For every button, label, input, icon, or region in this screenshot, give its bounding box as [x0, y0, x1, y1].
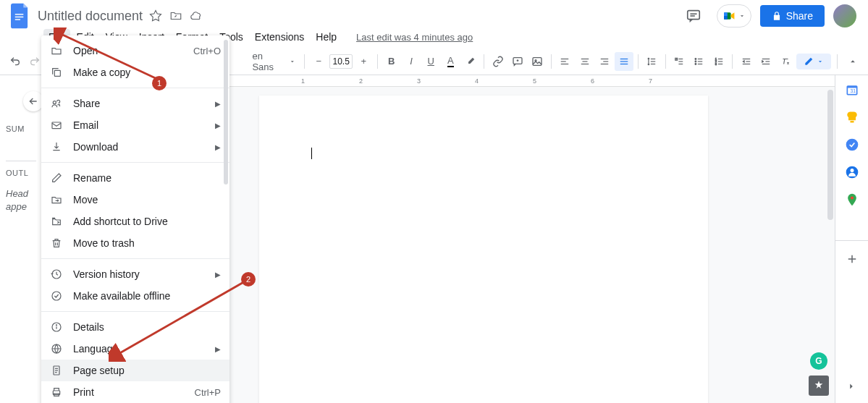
user-avatar[interactable] — [833, 4, 856, 27]
undo-button[interactable] — [6, 52, 24, 71]
line-spacing-button[interactable] — [643, 52, 661, 71]
clear-formatting-button[interactable] — [777, 52, 795, 71]
text-cursor — [311, 148, 312, 159]
align-center-button[interactable] — [576, 52, 594, 71]
menu-separator — [41, 258, 229, 259]
svg-point-55 — [846, 139, 858, 151]
highlight-button[interactable] — [461, 52, 479, 71]
menu-separator — [41, 162, 229, 163]
history-icon — [50, 268, 63, 281]
svg-point-34 — [696, 61, 697, 62]
editing-mode-button[interactable] — [796, 54, 831, 69]
menu-extensions[interactable]: Extensions — [250, 29, 309, 45]
meet-button[interactable] — [717, 4, 751, 27]
get-addons-button[interactable] — [835, 240, 868, 258]
menu-item-label: Language — [73, 343, 205, 355]
file-menu-dropdown: Open Ctrl+O Make a copy Share ▶ Email ▶ … — [41, 35, 229, 403]
font-size-decrease[interactable]: − — [309, 52, 328, 71]
file-menu-download[interactable]: Download ▶ — [41, 136, 229, 158]
keep-icon[interactable] — [845, 110, 859, 124]
expand-toolbar-button[interactable] — [843, 52, 862, 71]
document-page[interactable] — [259, 96, 708, 403]
file-menu-page-setup[interactable]: Page setup — [41, 360, 229, 381]
menu-item-label: Make a copy — [73, 67, 221, 78]
move-to-folder-icon[interactable] — [169, 9, 183, 23]
underline-button[interactable]: U — [422, 52, 440, 71]
file-menu-move-to-trash[interactable]: Move to trash — [41, 232, 229, 254]
svg-rect-63 — [52, 122, 61, 129]
font-size-increase[interactable]: + — [354, 52, 373, 71]
tasks-icon[interactable] — [845, 137, 859, 152]
menu-item-label: Page setup — [73, 365, 221, 376]
header: Untitled document Share — [0, 0, 868, 26]
bold-button[interactable]: B — [382, 52, 400, 71]
align-justify-button[interactable] — [615, 52, 633, 71]
decrease-indent-button[interactable] — [737, 52, 755, 71]
italic-button[interactable]: I — [402, 52, 420, 71]
scrollbar[interactable] — [827, 90, 833, 220]
menu-item-label: Email — [73, 119, 205, 131]
annotation-badge-2: 2 — [241, 272, 256, 287]
file-menu-move[interactable]: Move — [41, 189, 229, 211]
file-menu-details[interactable]: Details — [41, 316, 229, 338]
header-right: Share — [679, 1, 862, 30]
grammarly-icon[interactable]: G — [810, 352, 827, 370]
page-icon — [50, 364, 63, 377]
checklist-button[interactable] — [670, 52, 688, 71]
toolbar-right — [796, 52, 862, 71]
file-menu-make-a-copy[interactable]: Make a copy — [41, 61, 229, 83]
font-family-select[interactable]: en Sans — [248, 49, 300, 74]
doc-title[interactable]: Untitled document — [38, 9, 143, 24]
calendar-icon[interactable]: 31 — [845, 82, 859, 97]
separator — [377, 54, 378, 69]
share-icon — [50, 97, 63, 110]
font-size-value[interactable]: 10.5 — [329, 54, 353, 69]
side-panel-collapse[interactable] — [846, 381, 856, 391]
align-left-button[interactable] — [556, 52, 574, 71]
separator — [837, 54, 838, 69]
numbered-list-button[interactable]: 123 — [709, 52, 728, 71]
separator — [304, 54, 305, 69]
star-icon[interactable] — [148, 9, 163, 23]
svg-rect-7 — [724, 12, 728, 16]
file-menu-language[interactable]: Language ▶ — [41, 338, 229, 360]
submenu-arrow-icon: ▶ — [215, 143, 221, 151]
align-right-button[interactable] — [595, 52, 613, 71]
contacts-icon[interactable] — [845, 165, 859, 179]
insert-link-button[interactable] — [489, 52, 507, 71]
docs-logo[interactable] — [6, 1, 35, 30]
menu-help[interactable]: Help — [311, 29, 342, 45]
file-menu-add-shortcut-to-drive[interactable]: Add shortcut to Drive — [41, 211, 229, 232]
cloud-status-icon[interactable] — [189, 9, 203, 23]
menu-item-label: Make available offline — [73, 290, 221, 302]
download-icon — [50, 140, 63, 153]
text-color-button[interactable]: A — [442, 52, 460, 71]
svg-rect-2 — [15, 19, 20, 20]
bulleted-list-button[interactable] — [690, 52, 708, 71]
file-menu-print[interactable]: Print Ctrl+P — [41, 381, 229, 403]
file-menu-share[interactable]: Share ▶ — [41, 93, 229, 114]
outline-panel: SUM OUTL Head appe — [0, 75, 42, 403]
outline-collapse-button[interactable] — [23, 91, 43, 111]
increase-indent-button[interactable] — [757, 52, 775, 71]
menu-separator — [41, 311, 229, 312]
explore-button[interactable] — [809, 376, 829, 396]
title-area: Untitled document — [38, 9, 203, 24]
file-menu-version-history[interactable]: Version history ▶ — [41, 263, 229, 285]
file-menu-email[interactable]: Email ▶ — [41, 114, 229, 136]
svg-point-57 — [850, 169, 854, 172]
file-menu-rename[interactable]: Rename — [41, 167, 229, 189]
menu-item-label: Open — [73, 45, 183, 56]
dropdown-scrollbar[interactable] — [224, 40, 228, 184]
shortcut-icon — [50, 215, 63, 228]
file-menu-make-available-offline[interactable]: Make available offline — [41, 285, 229, 307]
comment-history-button[interactable] — [679, 1, 708, 30]
file-menu-open[interactable]: Open Ctrl+O — [41, 40, 229, 61]
add-comment-button[interactable] — [508, 52, 526, 71]
svg-point-35 — [696, 63, 697, 64]
share-button[interactable]: Share — [760, 5, 825, 27]
maps-icon[interactable] — [845, 192, 859, 207]
insert-image-button[interactable] — [528, 52, 547, 71]
separator — [665, 54, 666, 69]
last-edit-link[interactable]: Last edit was 4 minutes ago — [356, 32, 473, 43]
